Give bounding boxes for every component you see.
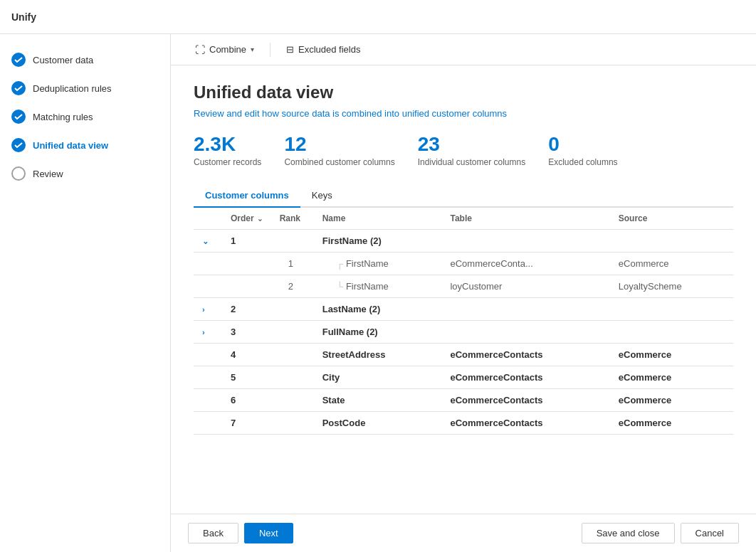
stat-label-individual: Individual customer columns bbox=[418, 157, 525, 167]
source-cell: eCommerce bbox=[610, 366, 733, 389]
source-cell: eCommerce bbox=[610, 389, 733, 412]
name-cell: City bbox=[314, 366, 442, 389]
sidebar-label-matching: Matching rules bbox=[33, 112, 93, 122]
tab-excluded-fields[interactable]: ⊟ Excluded fields bbox=[279, 34, 367, 65]
tree-line-icon: ┌ bbox=[337, 258, 343, 269]
expand-cell bbox=[194, 253, 222, 275]
cancel-button[interactable]: Cancel bbox=[681, 523, 739, 543]
combine-icon: ⛶ bbox=[195, 44, 205, 55]
order-cell bbox=[222, 253, 271, 275]
source-cell bbox=[610, 230, 733, 253]
col-rank: Rank bbox=[271, 208, 314, 230]
expand-cell bbox=[194, 389, 222, 412]
main-layout: Customer data Deduplication rules Matchi… bbox=[0, 34, 756, 552]
stat-number-excluded: 0 bbox=[548, 133, 617, 156]
rank-cell bbox=[271, 366, 314, 389]
chevron-down-icon[interactable]: ⌄ bbox=[202, 237, 209, 245]
order-cell: 6 bbox=[222, 389, 271, 412]
source-cell: eCommerce bbox=[610, 412, 733, 435]
source-cell: LoyaltyScheme bbox=[610, 275, 733, 298]
order-cell: 7 bbox=[222, 412, 271, 435]
stat-label-combined: Combined customer columns bbox=[284, 157, 394, 167]
check-icon-customer-data bbox=[11, 53, 26, 67]
name-cell: ┌FirstName bbox=[314, 253, 442, 275]
name-cell: FirstName (2) bbox=[314, 230, 442, 253]
tab-customer-columns[interactable]: Customer columns bbox=[194, 184, 300, 208]
data-table: Order ⌄ Rank Name Table Source ⌄ 1 bbox=[194, 208, 733, 435]
name-cell: LastName (2) bbox=[314, 298, 442, 321]
check-icon-matching bbox=[11, 110, 26, 124]
name-cell: └FirstName bbox=[314, 275, 442, 298]
table-row: 5 City eCommerceContacts eCommerce bbox=[194, 366, 733, 389]
expand-cell bbox=[194, 275, 222, 298]
table-cell: eCommerceContа... bbox=[441, 253, 609, 275]
order-cell: 3 bbox=[222, 321, 271, 344]
rank-cell bbox=[271, 412, 314, 435]
col-source: Source bbox=[610, 208, 733, 230]
stat-label-records: Customer records bbox=[194, 157, 261, 167]
source-cell bbox=[610, 321, 733, 344]
table-row: › 3 FullName (2) bbox=[194, 321, 733, 344]
sidebar-item-matching-rules[interactable]: Matching rules bbox=[0, 102, 170, 131]
save-close-button[interactable]: Save and close bbox=[582, 523, 675, 543]
sidebar-label-unified: Unified data view bbox=[33, 140, 108, 151]
expand-cell bbox=[194, 366, 222, 389]
chevron-right-icon[interactable]: › bbox=[202, 305, 205, 314]
rank-cell: 1 bbox=[271, 253, 314, 275]
tab-combine[interactable]: ⛶ Combine ▾ bbox=[188, 34, 261, 65]
expand-cell[interactable]: › bbox=[194, 298, 222, 321]
stat-number-records: 2.3K bbox=[194, 133, 261, 156]
table-row: ⌄ 1 FirstName (2) bbox=[194, 230, 733, 253]
sidebar-item-review[interactable]: Review bbox=[0, 159, 170, 188]
table-row: 4 StreetAddress eCommerceContacts eComme… bbox=[194, 344, 733, 366]
order-cell: 5 bbox=[222, 366, 271, 389]
col-order: Order ⌄ bbox=[222, 208, 271, 230]
next-button[interactable]: Next bbox=[244, 523, 293, 543]
table-row: 2 └FirstName loyCustomer LoyaltyScheme bbox=[194, 275, 733, 298]
order-cell: 4 bbox=[222, 344, 271, 366]
source-cell: eCommerce bbox=[610, 344, 733, 366]
table-cell bbox=[441, 298, 609, 321]
bottom-right-actions: Save and close Cancel bbox=[582, 523, 739, 543]
table-row: 7 PostCode eCommerceContacts eCommerce bbox=[194, 412, 733, 435]
back-button[interactable]: Back bbox=[188, 523, 238, 543]
order-cell: 2 bbox=[222, 298, 271, 321]
inner-tabs: Customer columns Keys bbox=[194, 184, 733, 208]
order-cell bbox=[222, 275, 271, 298]
page-title: Unified data view bbox=[194, 83, 733, 102]
table-header-row: Order ⌄ Rank Name Table Source bbox=[194, 208, 733, 230]
sort-icon: ⌄ bbox=[257, 215, 263, 223]
sidebar-item-unified-data-view[interactable]: Unified data view bbox=[0, 131, 170, 159]
name-cell: PostCode bbox=[314, 412, 442, 435]
sidebar-item-customer-data[interactable]: Customer data bbox=[0, 46, 170, 74]
rank-cell bbox=[271, 298, 314, 321]
rank-cell bbox=[271, 321, 314, 344]
check-icon-dedup bbox=[11, 81, 26, 95]
sidebar-label-review: Review bbox=[33, 169, 63, 179]
chevron-down-icon: ▾ bbox=[251, 46, 254, 53]
sidebar-item-deduplication-rules[interactable]: Deduplication rules bbox=[0, 74, 170, 102]
rank-cell bbox=[271, 230, 314, 253]
sidebar: Customer data Deduplication rules Matchi… bbox=[0, 34, 171, 552]
name-cell: FullName (2) bbox=[314, 321, 442, 344]
stat-individual-columns: 23 Individual customer columns bbox=[418, 133, 525, 167]
table-row: 1 ┌FirstName eCommerceContа... eCommerce bbox=[194, 253, 733, 275]
table-row: › 2 LastName (2) bbox=[194, 298, 733, 321]
expand-cell bbox=[194, 412, 222, 435]
chevron-right-icon[interactable]: › bbox=[202, 328, 205, 336]
bottom-bar: Back Next Save and close Cancel bbox=[171, 514, 756, 552]
name-cell: State bbox=[314, 389, 442, 412]
empty-circle-review bbox=[11, 166, 26, 181]
table-cell: eCommerceContacts bbox=[441, 366, 609, 389]
excluded-fields-icon: ⊟ bbox=[286, 44, 294, 55]
page-subtitle: Review and edit how source data is combi… bbox=[194, 108, 733, 119]
table-cell: eCommerceContacts bbox=[441, 389, 609, 412]
stat-number-combined: 12 bbox=[284, 133, 394, 156]
col-table: Table bbox=[441, 208, 609, 230]
expand-cell[interactable]: › bbox=[194, 321, 222, 344]
sidebar-label-dedup: Deduplication rules bbox=[33, 83, 112, 94]
tab-divider bbox=[270, 43, 271, 57]
tab-keys[interactable]: Keys bbox=[300, 184, 344, 208]
expand-cell[interactable]: ⌄ bbox=[194, 230, 222, 253]
stats-row: 2.3K Customer records 12 Combined custom… bbox=[194, 133, 733, 167]
